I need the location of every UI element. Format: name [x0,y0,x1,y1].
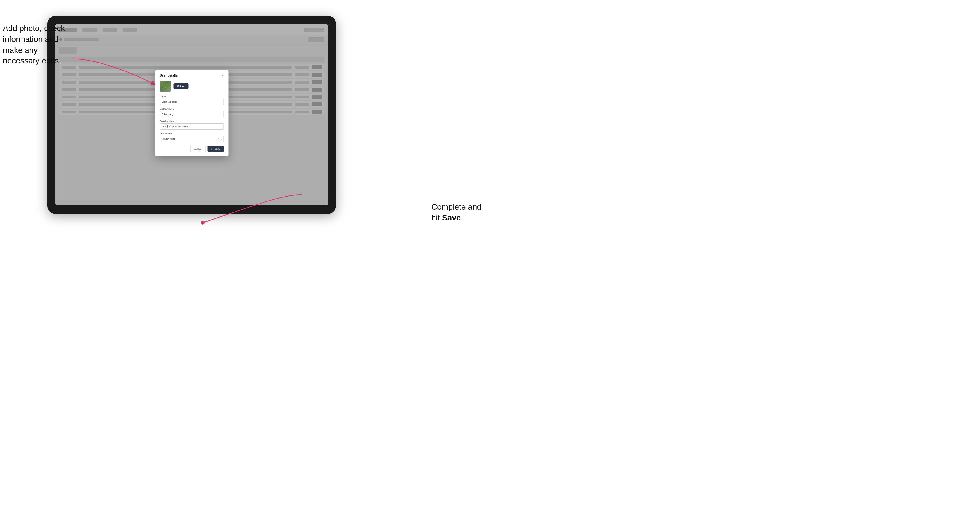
school-year-field-group: School Year × ⌄ [160,132,224,142]
school-year-label: School Year [160,132,224,135]
tablet-frame: User details × Upload Name Display name … [48,16,336,214]
save-button[interactable]: ⬆ Save [207,146,224,152]
upload-photo-button[interactable]: Upload [173,83,189,89]
annotation-right: Complete and hit Save. [431,202,481,223]
annotation-right-end: . [461,213,463,222]
chevron-down-icon[interactable]: ⌄ [220,138,223,140]
annotation-left-line3: make any [3,46,38,54]
cancel-button[interactable]: Cancel [190,146,206,152]
annotation-left: Add photo, check information and make an… [3,23,65,66]
display-name-label: Display name [160,107,224,110]
save-icon: ⬆ [211,147,213,150]
annotation-left-line2: information and [3,35,58,44]
email-field-group: Email address [160,120,224,130]
name-label: Name [160,95,224,98]
annotation-right-line2: hit [431,213,442,222]
user-details-modal: User details × Upload Name Display name … [155,70,228,156]
email-label: Email address [160,120,224,122]
name-field-group: Name [160,95,224,105]
photo-section: Upload [160,81,224,92]
annotation-left-line4: necessary edits. [3,56,61,65]
school-year-icons: × ⌄ [218,138,223,140]
name-input[interactable] [160,99,224,105]
school-year-wrapper: × ⌄ [160,136,224,142]
annotation-right-line1: Complete and [431,202,481,211]
email-input[interactable] [160,124,224,130]
save-label: Save [214,147,220,150]
display-name-field-group: Display name [160,107,224,117]
close-icon[interactable]: × [222,74,224,77]
annotation-right-bold: Save [442,213,461,222]
clear-icon[interactable]: × [218,138,220,140]
annotation-left-line1: Add photo, check [3,24,65,33]
tablet-screen: User details × Upload Name Display name … [56,24,328,205]
modal-footer: Cancel ⬆ Save [160,146,224,152]
user-photo-thumbnail [160,81,170,92]
display-name-input[interactable] [160,111,224,117]
modal-header: User details × [160,74,224,77]
school-year-input[interactable] [160,136,224,142]
modal-title: User details [160,74,178,77]
